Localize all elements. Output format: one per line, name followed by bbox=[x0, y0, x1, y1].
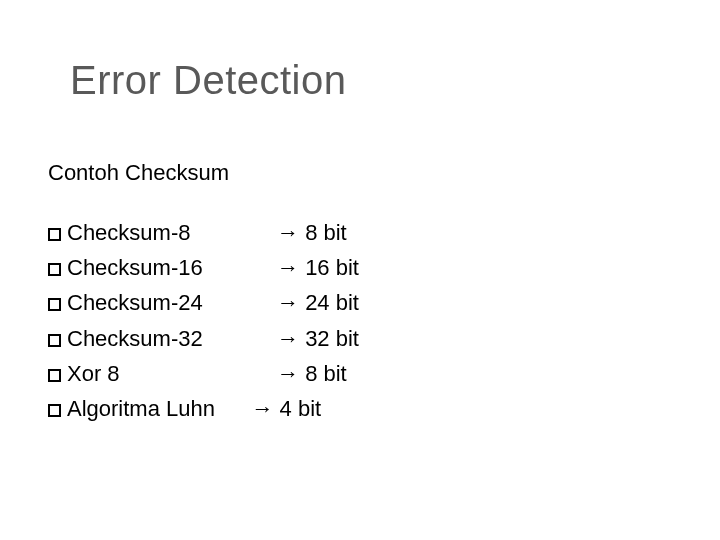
square-bullet-icon bbox=[48, 334, 61, 347]
arrow-icon: → bbox=[277, 250, 299, 285]
checksum-list: Checksum-8 → 8 bit Checksum-16 → 16 bit … bbox=[48, 215, 359, 426]
arrow-icon: → bbox=[277, 356, 299, 391]
square-bullet-icon bbox=[48, 369, 61, 382]
arrow-icon: → bbox=[277, 321, 299, 356]
item-value: 4 bit bbox=[280, 391, 322, 426]
list-item: Checksum-8 → 8 bit bbox=[48, 215, 359, 250]
item-value: 24 bit bbox=[305, 285, 359, 320]
arrow-icon: → bbox=[251, 391, 273, 426]
slide-title: Error Detection bbox=[70, 58, 346, 103]
list-item: Xor 8 → 8 bit bbox=[48, 356, 359, 391]
list-item: Algoritma Luhn → 4 bit bbox=[48, 391, 359, 426]
arrow-icon: → bbox=[277, 215, 299, 250]
item-name: Checksum-8 bbox=[67, 215, 277, 250]
arrow-icon: → bbox=[277, 285, 299, 320]
slide-subtitle: Contoh Checksum bbox=[48, 160, 229, 186]
item-name: Checksum-32 bbox=[67, 321, 277, 356]
square-bullet-icon bbox=[48, 228, 61, 241]
item-name: Checksum-24 bbox=[67, 285, 277, 320]
square-bullet-icon bbox=[48, 404, 61, 417]
item-value: 32 bit bbox=[305, 321, 359, 356]
square-bullet-icon bbox=[48, 263, 61, 276]
slide: Error Detection Contoh Checksum Checksum… bbox=[0, 0, 720, 540]
item-name: Xor 8 bbox=[67, 356, 277, 391]
item-value: 8 bit bbox=[305, 356, 347, 391]
item-value: 16 bit bbox=[305, 250, 359, 285]
item-name: Algoritma Luhn bbox=[67, 391, 227, 426]
item-value: 8 bit bbox=[305, 215, 347, 250]
item-name: Checksum-16 bbox=[67, 250, 277, 285]
square-bullet-icon bbox=[48, 298, 61, 311]
list-item: Checksum-16 → 16 bit bbox=[48, 250, 359, 285]
list-item: Checksum-24 → 24 bit bbox=[48, 285, 359, 320]
list-item: Checksum-32 → 32 bit bbox=[48, 321, 359, 356]
